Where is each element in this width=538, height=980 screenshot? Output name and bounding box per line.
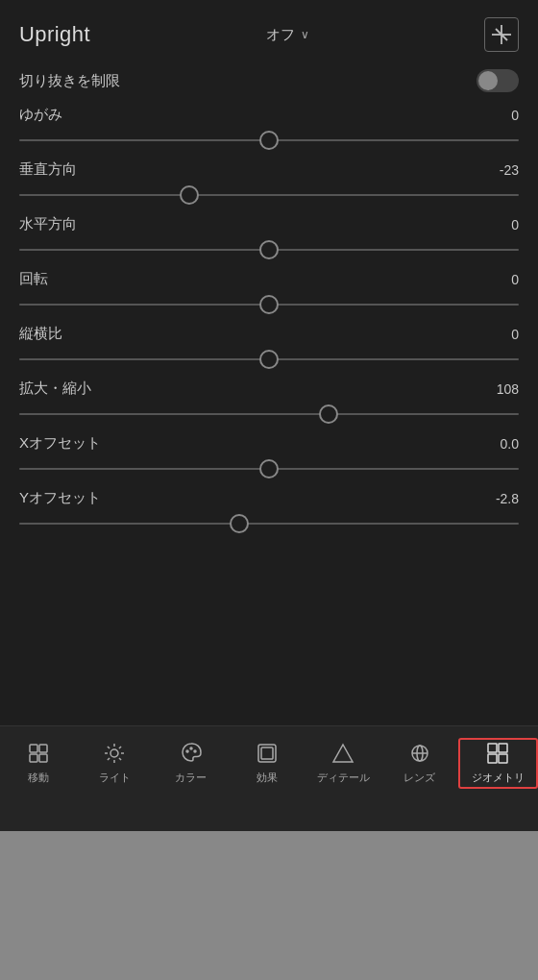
bottom-nav: 移動 ライト カラー [0, 725, 538, 831]
slider-y-offset-thumb[interactable] [230, 514, 249, 533]
nav-label-detail: ディテール [317, 771, 370, 785]
slider-horizontal-thumb[interactable] [259, 240, 279, 259]
slider-rotation-header: 回転 0 [19, 270, 519, 288]
svg-point-7 [110, 749, 118, 757]
slider-scale-value: 108 [480, 381, 519, 397]
light-icon [103, 742, 126, 765]
constrain-row: 切り抜きを制限 [19, 69, 519, 92]
slider-aspect-header: 縦横比 0 [19, 325, 519, 343]
svg-point-18 [194, 750, 196, 752]
dropdown-label: オフ [266, 26, 295, 44]
constrain-label: 切り抜きを制限 [19, 72, 120, 90]
slider-scale-track-container[interactable] [19, 404, 519, 425]
slider-y-offset-header: Yオフセット -2.8 [19, 489, 519, 507]
geometry-icon [486, 742, 509, 765]
nav-item-color[interactable]: カラー [153, 738, 229, 789]
nav-label-effects: 効果 [257, 771, 278, 785]
nav-item-lens[interactable]: レンズ [381, 738, 457, 789]
nav-label-geometry: ジオメトリ [472, 771, 525, 785]
slider-rotation-thumb[interactable] [259, 295, 279, 314]
slider-x-offset-header: Xオフセット 0.0 [19, 434, 519, 453]
nav-label-lens: レンズ [404, 771, 435, 785]
slider-rotation: 回転 0 [19, 270, 519, 315]
header-row: Upright オフ ∨ [19, 17, 519, 52]
slider-horizontal-track [19, 249, 519, 251]
svg-rect-20 [261, 747, 273, 759]
detail-icon [331, 742, 355, 765]
svg-rect-27 [488, 754, 497, 763]
svg-point-17 [190, 747, 192, 749]
svg-line-12 [108, 747, 110, 748]
slider-y-offset: Yオフセット -2.8 [19, 489, 519, 534]
slider-y-offset-label: Yオフセット [19, 489, 101, 507]
svg-rect-3 [30, 745, 37, 752]
slider-distortion-thumb[interactable] [259, 131, 279, 150]
slider-x-offset-track [19, 468, 519, 470]
slider-scale-label: 拡大・縮小 [19, 380, 91, 398]
slider-x-offset-track-container[interactable] [19, 458, 519, 479]
svg-rect-4 [39, 745, 47, 752]
slider-horizontal-track-container[interactable] [19, 239, 519, 260]
slider-y-offset-track-container[interactable] [19, 513, 519, 534]
slider-vertical-label: 垂直方向 [19, 160, 77, 179]
nav-item-detail[interactable]: ディテール [306, 738, 381, 789]
slider-y-offset-value: -2.8 [480, 491, 519, 506]
lens-icon [408, 742, 431, 765]
nav-item-effects[interactable]: 効果 [229, 738, 305, 789]
nav-item-geometry[interactable]: ジオメトリ [458, 738, 538, 789]
nav-item-move[interactable]: 移動 [0, 738, 76, 789]
slider-aspect-thumb[interactable] [259, 350, 279, 369]
slider-vertical-track [19, 194, 519, 196]
slider-x-offset-thumb[interactable] [259, 459, 279, 478]
slider-horizontal-value: 0 [480, 217, 519, 233]
svg-line-14 [108, 758, 110, 760]
effects-icon [256, 742, 279, 765]
slider-vertical: 垂直方向 -23 [19, 160, 519, 206]
slider-x-offset-label: Xオフセット [19, 434, 101, 453]
slider-distortion-track [19, 139, 519, 141]
svg-rect-6 [39, 754, 47, 762]
slider-vertical-value: -23 [480, 162, 519, 178]
svg-line-15 [119, 747, 121, 748]
upright-tool-icon [490, 23, 513, 46]
svg-rect-25 [488, 744, 497, 752]
color-icon [180, 742, 203, 765]
svg-marker-21 [333, 745, 353, 762]
chevron-down-icon: ∨ [301, 28, 309, 41]
slider-y-offset-track [19, 523, 519, 525]
nav-label-move: 移動 [28, 771, 49, 785]
slider-x-offset: Xオフセット 0.0 [19, 434, 519, 479]
slider-vertical-track-container[interactable] [19, 184, 519, 206]
slider-scale: 拡大・縮小 108 [19, 380, 519, 425]
slider-aspect-track-container[interactable] [19, 349, 519, 370]
nav-label-color: カラー [175, 771, 207, 785]
slider-distortion-header: ゆがみ 0 [19, 106, 519, 124]
slider-aspect-value: 0 [480, 327, 519, 342]
gray-bottom-area [0, 831, 538, 980]
slider-distortion: ゆがみ 0 [19, 106, 519, 151]
slider-vertical-header: 垂直方向 -23 [19, 160, 519, 179]
nav-item-light[interactable]: ライト [76, 738, 152, 789]
slider-distortion-label: ゆがみ [19, 106, 62, 124]
slider-rotation-label: 回転 [19, 270, 48, 288]
nav-label-light: ライト [99, 771, 131, 785]
slider-x-offset-value: 0.0 [480, 436, 519, 452]
slider-aspect-track [19, 358, 519, 360]
slider-horizontal-header: 水平方向 0 [19, 215, 519, 233]
upright-dropdown[interactable]: オフ ∨ [266, 26, 309, 44]
slider-scale-thumb[interactable] [319, 404, 338, 424]
slider-scale-track [19, 413, 519, 415]
svg-point-16 [186, 750, 188, 752]
slider-rotation-track-container[interactable] [19, 294, 519, 315]
slider-rotation-track [19, 304, 519, 306]
slider-distortion-track-container[interactable] [19, 130, 519, 151]
slider-distortion-value: 0 [480, 108, 519, 123]
tool-icon-button[interactable] [484, 17, 519, 52]
slider-horizontal: 水平方向 0 [19, 215, 519, 260]
upright-title: Upright [19, 22, 90, 47]
svg-rect-26 [499, 744, 507, 752]
slider-scale-header: 拡大・縮小 108 [19, 380, 519, 398]
svg-rect-5 [30, 754, 37, 762]
constrain-toggle[interactable] [477, 69, 519, 92]
slider-vertical-thumb[interactable] [180, 185, 199, 205]
